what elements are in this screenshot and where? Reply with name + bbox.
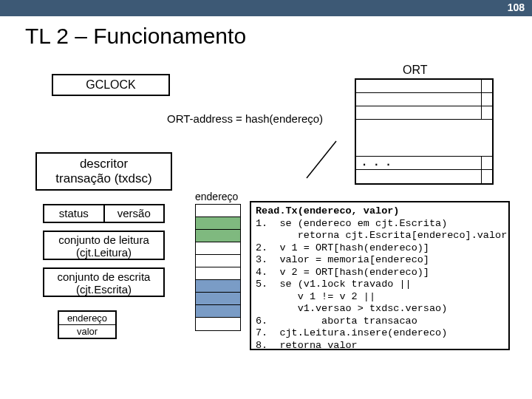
slide-number-bar: 108 — [0, 0, 532, 16]
version-cell: versão — [105, 205, 164, 222]
slide-title: TL 2 – Funcionamento — [0, 16, 532, 56]
code-l2: 2. v 1 = ORT[hash(endereco)] — [256, 242, 429, 253]
readtx-code-box: Read.Tx(endereco, valor) 1. se (endereco… — [250, 201, 510, 350]
memory-column — [195, 204, 241, 331]
slide-number: 108 — [508, 1, 525, 13]
descriptor-line1: descritor — [38, 157, 169, 171]
code-l7: 7. cjt.Leitura.insere(endereco) — [256, 327, 447, 338]
read-set-box: conjunto de leitura (cjt.Leitura) — [43, 231, 165, 260]
ort-label: ORT — [403, 64, 427, 77]
code-l1: 1. se (endereco em cjt.Escrita) — [256, 218, 447, 229]
code-l1b: retorna cjt.Escrita[endereco].valor — [256, 230, 507, 241]
ort-ellipsis: . . . — [362, 151, 392, 170]
diagram-canvas: GCLOCK ORT . . . ORT-address = hash(ende… — [0, 56, 532, 399]
code-l6: 6. aborta transacao — [256, 316, 417, 327]
code-l5b: v 1 != v 2 || — [256, 291, 375, 302]
ev-address: endereço — [59, 312, 115, 325]
transaction-descriptor-box: descritor transação (txdsc) — [35, 152, 172, 191]
read-set-l2: (cjt.Leitura) — [44, 246, 163, 259]
status-cell: status — [44, 205, 105, 222]
write-set-l1: conjunto de escrita — [44, 270, 163, 283]
code-l5: 5. se (v1.lock travado || — [256, 279, 412, 290]
address-value-box: endereço valor — [58, 310, 117, 339]
read-set-l1: conjunto de leitura — [44, 233, 163, 246]
ort-address-formula: ORT-address = hash(endereço) — [167, 112, 323, 125]
ev-value: valor — [59, 325, 115, 338]
write-set-l2: (cjt.Escrita) — [44, 283, 163, 296]
descriptor-line2: transação (txdsc) — [38, 171, 169, 186]
gclock-box: GCLOCK — [52, 74, 170, 96]
code-l5c: v1.versao > txdsc.versao) — [256, 303, 447, 314]
code-l4: 4. v 2 = ORT[hash(endereco)] — [256, 267, 429, 278]
connector-line — [303, 137, 340, 182]
memory-label: endereço — [195, 191, 238, 202]
code-signature: Read.Tx(endereco, valor) — [256, 205, 399, 216]
code-l8: 8. retorna valor — [256, 340, 358, 351]
write-set-box: conjunto de escrita (cjt.Escrita) — [43, 267, 165, 297]
code-l3: 3. valor = memoria[endereco] — [256, 254, 429, 265]
svg-line-0 — [307, 141, 336, 178]
status-version-box: status versão — [43, 204, 165, 223]
